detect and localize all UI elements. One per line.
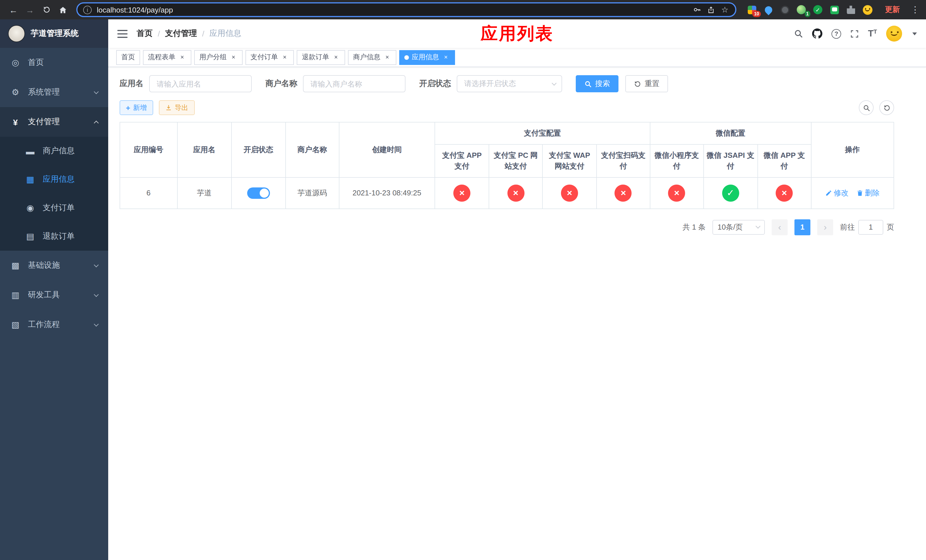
extension-dark-circle-icon[interactable]: [780, 5, 790, 15]
export-button[interactable]: 导出: [159, 100, 195, 115]
address-bar[interactable]: localhost:1024/pay/app: [76, 2, 736, 17]
bookmark-star-icon[interactable]: [721, 6, 728, 14]
tab-payment-orders[interactable]: 支付订单: [245, 50, 294, 65]
close-icon[interactable]: [281, 53, 289, 61]
col-header-alipay-qr: 支付宝扫码支付: [596, 144, 650, 177]
chevron-down-icon: [94, 89, 99, 94]
toggle-search-button[interactable]: [859, 100, 874, 115]
sidebar-item-workflow[interactable]: 工作流程: [0, 310, 108, 339]
close-icon[interactable]: [178, 53, 186, 61]
help-icon[interactable]: [831, 29, 841, 38]
sidebar-item-payment[interactable]: 支付管理: [0, 107, 108, 137]
extension-chat-icon[interactable]: [829, 5, 840, 15]
sidebar-item-infrastructure[interactable]: 基础设施: [0, 251, 108, 280]
sidebar-toggle-icon[interactable]: [117, 29, 127, 38]
delete-button[interactable]: 删除: [856, 188, 879, 198]
font-size-icon[interactable]: [868, 29, 877, 38]
search-icon[interactable]: [794, 29, 803, 38]
col-header-actions: 操作: [811, 122, 894, 177]
tab-merchant-info[interactable]: 商户信息: [348, 50, 396, 65]
tab-label: 应用信息: [412, 52, 439, 62]
workflow-icon: [10, 319, 21, 330]
sidebar-item-payment-orders[interactable]: 支付订单: [0, 194, 108, 222]
menu-label: 支付订单: [43, 203, 75, 213]
app-table: 应用编号 应用名 开启状态 商户名称 创建时间 支付宝配置 微信配置 操作 支付…: [120, 122, 894, 209]
close-icon[interactable]: [230, 53, 238, 61]
menu-label: 基础设施: [28, 260, 60, 271]
sidebar-item-home[interactable]: 首页: [0, 48, 108, 77]
add-button[interactable]: 新增: [120, 100, 153, 115]
chevron-down-icon[interactable]: [912, 32, 917, 35]
active-dot: [404, 55, 409, 59]
menu-label: 支付管理: [28, 117, 60, 127]
payment-submenu: 商户信息 应用信息 支付订单 退款订单: [0, 137, 108, 251]
tab-label: 用户分组: [199, 52, 227, 62]
chevron-down-icon: [552, 80, 557, 85]
sidebar-item-system[interactable]: 系统管理: [0, 77, 108, 107]
refresh-table-button[interactable]: [879, 100, 894, 115]
browser-update-button[interactable]: 更新: [881, 2, 904, 17]
browser-forward-icon[interactable]: [22, 2, 38, 17]
sidebar-item-refund-orders[interactable]: 退款订单: [0, 222, 108, 251]
edit-button[interactable]: 修改: [825, 188, 849, 198]
tab-app-info[interactable]: 应用信息: [399, 50, 455, 65]
col-header-alipay-wap: 支付宝 WAP 网站支付: [542, 144, 596, 177]
sidebar-item-app-info[interactable]: 应用信息: [0, 165, 108, 194]
tab-refund-orders[interactable]: 退款订单: [297, 50, 345, 65]
table-toolbar: 新增 导出: [120, 100, 894, 115]
browser-reload-icon[interactable]: [39, 2, 54, 17]
share-icon[interactable]: [708, 6, 715, 14]
sidebar-item-merchant-info[interactable]: 商户信息: [0, 137, 108, 165]
pagination-total: 共 1 条: [682, 222, 706, 232]
browser-home-icon[interactable]: [55, 2, 71, 17]
extension-avatar-icon[interactable]: 1: [796, 5, 806, 15]
sidebar-item-dev-tools[interactable]: 研发工具: [0, 280, 108, 310]
col-header-alipay-app: 支付宝 APP 支付: [435, 144, 489, 177]
browser-menu-icon[interactable]: [910, 5, 920, 15]
extensions-puzzle-icon[interactable]: [846, 5, 856, 15]
app-name-input[interactable]: [149, 75, 252, 92]
tab-home[interactable]: 首页: [116, 50, 140, 65]
menu-label: 应用信息: [43, 174, 75, 185]
prev-page-button[interactable]: [772, 219, 788, 235]
close-icon[interactable]: [332, 53, 340, 61]
page-size-value: 10条/页: [717, 222, 743, 232]
app-logo[interactable]: 芋道管理系统: [0, 20, 108, 48]
password-key-icon[interactable]: [693, 6, 701, 14]
breadcrumb-home[interactable]: 首页: [137, 29, 153, 39]
browser-back-icon[interactable]: [6, 2, 21, 17]
next-page-button[interactable]: [817, 219, 833, 235]
close-icon[interactable]: [383, 53, 391, 61]
extension-grid-icon[interactable]: 10: [747, 5, 757, 15]
avatar-badge: 1: [804, 11, 810, 17]
url-text: localhost:1024/pay/app: [97, 5, 688, 14]
github-icon[interactable]: [812, 29, 822, 39]
enabled-toggle[interactable]: [247, 187, 270, 198]
site-info-icon[interactable]: [83, 5, 92, 14]
sidebar-menu: 首页 系统管理 支付管理 商户信息: [0, 48, 108, 560]
tab-process-form[interactable]: 流程表单: [143, 50, 191, 65]
extension-check-icon[interactable]: [813, 5, 823, 15]
fullscreen-icon[interactable]: [850, 29, 859, 38]
extension-drop-icon[interactable]: [763, 5, 773, 15]
reset-button[interactable]: 重置: [625, 75, 668, 92]
close-icon[interactable]: [442, 53, 450, 61]
profile-avatar-icon[interactable]: [862, 5, 873, 15]
goto-page-input[interactable]: [858, 219, 883, 235]
tab-label: 流程表单: [148, 52, 176, 62]
user-avatar[interactable]: [886, 26, 902, 42]
breadcrumb-payment[interactable]: 支付管理: [165, 29, 197, 39]
edit-label: 修改: [834, 188, 849, 198]
cell-created: 2021-10-23 08:49:25: [339, 177, 435, 209]
tab-user-group[interactable]: 用户分组: [194, 50, 243, 65]
export-button-label: 导出: [174, 103, 188, 112]
page-size-select[interactable]: 10条/页: [713, 219, 765, 235]
cell-status: [231, 177, 285, 209]
search-button-label: 搜索: [595, 79, 610, 89]
current-page-button[interactable]: 1: [794, 219, 810, 235]
logo-avatar: [8, 25, 25, 42]
extension-badge: 10: [752, 11, 761, 17]
status-select[interactable]: 请选择开启状态: [457, 75, 562, 92]
merchant-name-input[interactable]: [303, 75, 406, 92]
search-button[interactable]: 搜索: [576, 75, 619, 92]
